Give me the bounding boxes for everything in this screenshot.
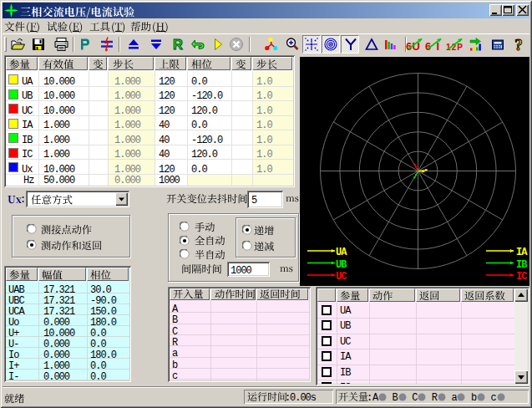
svg-text:?: ? — [514, 37, 523, 52]
svg-text:R: R — [173, 37, 183, 52]
